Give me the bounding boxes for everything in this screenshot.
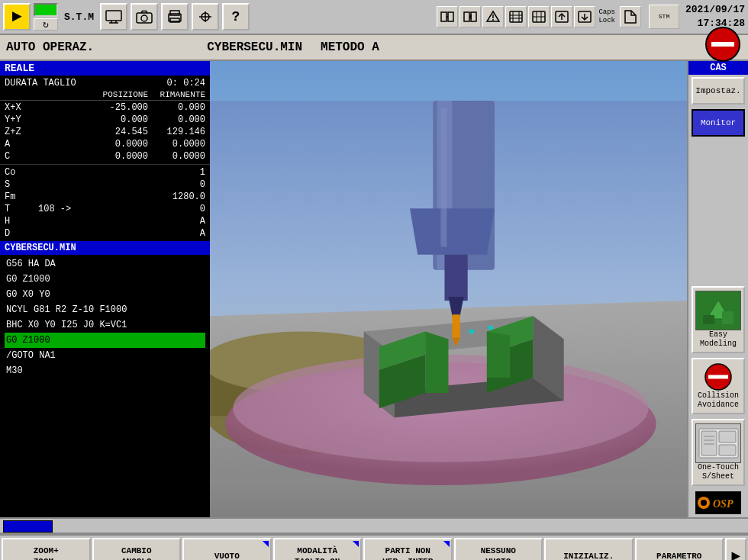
icon-btn-5[interactable] xyxy=(528,6,550,27)
modalita-label: MODALITÀ xyxy=(297,546,337,556)
osp-logo: OSP xyxy=(695,491,741,514)
y-row: Y+Y 0.000 0.000 xyxy=(0,114,210,126)
d-label: D xyxy=(5,228,35,239)
x-row: X+X -25.000 0.000 xyxy=(0,101,210,114)
prog-line-2: G0 X0 Y0 xyxy=(5,287,205,302)
svg-marker-50 xyxy=(425,331,448,393)
nessuno-label: NESSUNO xyxy=(481,546,516,556)
d-val: A xyxy=(160,228,205,239)
next-arrow-icon: ► xyxy=(731,548,740,561)
home-button[interactable]: ► xyxy=(3,3,31,31)
status-indicator-green xyxy=(34,3,58,17)
monitor-button[interactable]: Monitor xyxy=(692,109,745,137)
back-button[interactable]: ↻ xyxy=(34,18,58,31)
vuoto-label: VUOTO xyxy=(214,551,240,560)
svg-rect-70 xyxy=(701,431,717,455)
help-icon-btn[interactable]: ? xyxy=(222,3,250,31)
modalita-button[interactable]: MODALITÀ TAGLIO ON xyxy=(273,538,363,560)
icon-btn-2[interactable] xyxy=(459,6,481,27)
parti-non-button[interactable]: PARTI NON VER. INTER xyxy=(363,538,453,560)
c-rem: 0.0000 xyxy=(148,151,205,162)
impostaz-button[interactable]: Impostaz. xyxy=(692,77,745,105)
monitor-icon-btn[interactable] xyxy=(100,3,127,31)
x-label: X+X xyxy=(5,102,47,113)
parti-non-label: PARTI NON xyxy=(385,546,430,556)
co-label: Co xyxy=(5,167,35,178)
c-pos: 0.0000 xyxy=(47,151,148,162)
svg-rect-16 xyxy=(471,12,476,21)
prog-line-3: NCYL G81 R2 Z-10 F1000 xyxy=(5,302,205,317)
collision-icon xyxy=(699,362,737,391)
y-rem: 0.000 xyxy=(148,114,205,125)
one-touch-button[interactable]: One-TouchS/Sheet xyxy=(692,419,745,486)
icon-btn-1[interactable] xyxy=(437,6,458,27)
svg-marker-53 xyxy=(487,331,510,377)
next-page-button[interactable]: ► xyxy=(725,538,746,560)
prog-line-6: /GOTO NA1 xyxy=(5,348,205,363)
method-label: METODO A xyxy=(321,40,379,54)
printer-icon-btn[interactable] xyxy=(161,3,189,31)
progress-area xyxy=(0,517,748,534)
svg-point-5 xyxy=(141,15,147,21)
program-lines: G56 HA DA G0 Z1000 G0 X0 Y0 NCYL G81 R2 … xyxy=(0,255,210,517)
caps-lock-indicator: CapsLock xyxy=(598,8,615,25)
prog-line-4: BHC X0 Y0 I25 J0 K=VC1 xyxy=(5,317,205,333)
svg-rect-15 xyxy=(464,12,469,21)
co-val: 1 xyxy=(160,167,205,178)
nessuno-vuoto-button[interactable]: NESSUNO VUOTO xyxy=(454,538,543,560)
zoom-button[interactable]: ZOOM+ ZOOM- xyxy=(2,538,91,560)
parametro-button[interactable]: PARAMETRO xyxy=(635,538,724,560)
c-label: C xyxy=(5,151,47,162)
collision-label: CollisionAvoidance xyxy=(698,391,739,410)
stm-icon-top[interactable]: STM xyxy=(649,5,679,29)
nessuno-vuoto-label: VUOTO xyxy=(485,556,511,560)
svg-marker-56 xyxy=(410,208,495,254)
data-table: DURATA TAGLIO 0: 0:24 POSIZIONE RIMANENT… xyxy=(0,76,210,241)
vuoto-button[interactable]: VUOTO xyxy=(182,538,272,560)
durata-row: DURATA TAGLIO 0: 0:24 xyxy=(0,77,210,89)
svg-rect-72 xyxy=(719,445,736,455)
a-row: A 0.0000 0.0000 xyxy=(0,138,210,150)
svg-rect-12 xyxy=(441,12,447,21)
icon-btn-3[interactable] xyxy=(482,6,504,27)
one-touch-label: One-TouchS/Sheet xyxy=(698,463,739,481)
x-rem: 0.000 xyxy=(148,102,205,113)
z-pos: 24.545 xyxy=(47,127,148,137)
easy-modeling-button[interactable]: EasyModeling xyxy=(692,286,745,353)
zoom-label: ZOOM+ xyxy=(34,546,59,556)
easy-modeling-label: EasyModeling xyxy=(700,330,737,349)
fm-val: 1280.0 xyxy=(160,191,205,202)
camera-icon-btn[interactable] xyxy=(131,3,158,31)
svg-point-62 xyxy=(488,325,493,330)
fm-label: Fm xyxy=(5,191,35,202)
3d-view xyxy=(210,61,687,517)
prog-line-0: G56 HA DA xyxy=(5,256,205,272)
svg-point-61 xyxy=(469,329,474,333)
svg-point-21 xyxy=(492,19,494,21)
taglio-label: TAGLIO ON xyxy=(295,556,340,560)
stm-label: S.T.M xyxy=(64,11,94,23)
svg-rect-63 xyxy=(440,108,447,246)
zoom-minus-label: ZOOM- xyxy=(34,556,59,560)
inizializ-button[interactable]: INIZIALIZ. xyxy=(544,538,634,560)
d-row: D A xyxy=(0,227,210,240)
cambio-angolo-button[interactable]: CAMBIO ANGOLO xyxy=(92,538,182,560)
icon-btn-7[interactable] xyxy=(574,6,595,27)
svg-rect-13 xyxy=(448,12,453,21)
file-icon-btn[interactable] xyxy=(620,6,641,27)
svg-rect-57 xyxy=(444,255,467,301)
icon-btn-6[interactable] xyxy=(551,6,572,27)
icon-btn-4[interactable] xyxy=(505,6,527,27)
crosshair-icon-btn[interactable] xyxy=(192,3,219,31)
program-panel: CYBERSECU.MIN G56 HA DA G0 Z1000 G0 X0 Y… xyxy=(0,241,210,517)
collision-avoidance-button[interactable]: CollisionAvoidance xyxy=(692,358,745,414)
progress-bar xyxy=(3,520,53,533)
svg-rect-59 xyxy=(453,314,460,337)
t-mid: 108 -> xyxy=(38,204,71,214)
triangle-badge xyxy=(263,541,269,547)
t-row: T 108 -> 0 xyxy=(0,203,210,215)
parametro-label: PARAMETRO xyxy=(656,551,701,560)
durata-label: DURATA TAGLIO xyxy=(5,78,89,89)
a-label: A xyxy=(5,139,47,150)
t-val: 0 xyxy=(160,204,205,214)
